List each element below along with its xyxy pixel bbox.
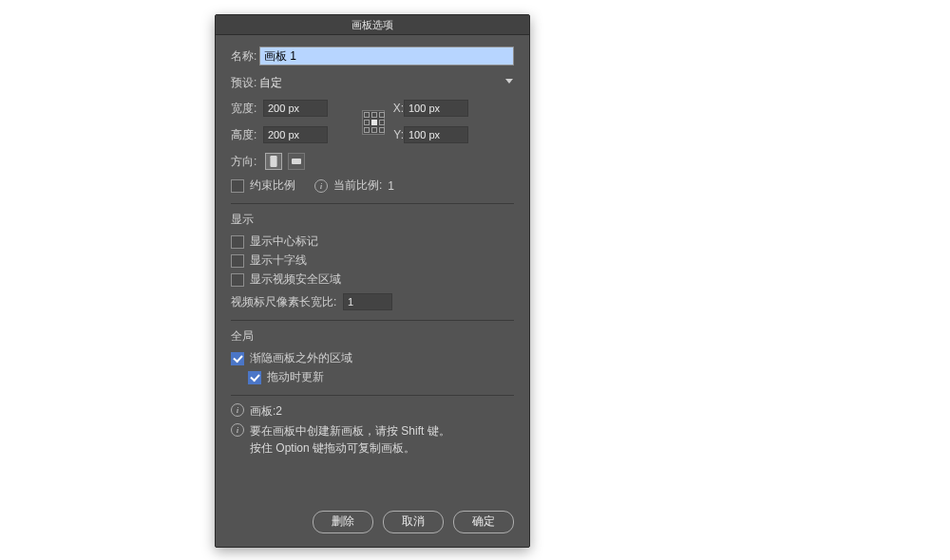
orientation-landscape-button[interactable] (288, 153, 305, 170)
tip-row: i 要在画板中创建新画板，请按 Shift 键。 按住 Option 键拖动可复… (231, 423, 514, 457)
update-on-drag-checkbox[interactable] (248, 371, 261, 384)
info-icon: i (314, 179, 328, 193)
x-label: X: (389, 102, 404, 115)
constrain-checkbox[interactable] (231, 179, 244, 193)
artboards-count: 2 (276, 404, 282, 418)
portrait-icon (269, 156, 278, 167)
pixel-aspect-label: 视频标尺像素长宽比: (231, 294, 343, 310)
current-ratio-value: 1 (388, 179, 394, 193)
name-row: 名称: (231, 47, 514, 65)
video-safe-row: 显示视频安全区域 (231, 271, 514, 288)
constrain-row: 约束比例 i 当前比例: 1 (231, 177, 514, 194)
name-input[interactable] (259, 47, 514, 65)
width-label: 宽度: (231, 101, 263, 117)
ok-button[interactable]: 确定 (453, 511, 514, 533)
divider (231, 320, 514, 321)
crosshairs-row: 显示十字线 (231, 252, 514, 269)
video-safe-checkbox[interactable] (231, 273, 244, 287)
center-mark-label: 显示中心标记 (250, 233, 318, 250)
fade-outside-row: 渐隐画板之外的区域 (231, 350, 514, 366)
dimensions-grid: 宽度: X: 高度: Y: (231, 100, 514, 143)
constrain-label: 约束比例 (250, 177, 295, 194)
artboards-label: 画板: (250, 404, 276, 418)
tip-line-2: 按住 Option 键拖动可复制画板。 (250, 440, 450, 457)
crosshairs-label: 显示十字线 (250, 252, 307, 269)
height-input[interactable] (263, 126, 328, 143)
video-safe-label: 显示视频安全区域 (250, 271, 341, 288)
width-input[interactable] (263, 100, 328, 117)
y-label: Y: (389, 128, 404, 141)
fade-outside-label: 渐隐画板之外的区域 (250, 350, 352, 366)
info-icon: i (231, 423, 244, 437)
cancel-button[interactable]: 取消 (383, 511, 444, 533)
artboard-options-dialog: 画板选项 名称: 预设: 自定 宽度: (215, 14, 530, 548)
dialog-content: 名称: 预设: 自定 宽度: X: 高 (216, 35, 529, 464)
pixel-aspect-input[interactable] (343, 293, 392, 310)
fade-outside-checkbox[interactable] (231, 352, 244, 365)
svg-rect-1 (292, 159, 301, 164)
center-mark-row: 显示中心标记 (231, 233, 514, 250)
divider (231, 395, 514, 396)
preset-label: 预设: (231, 75, 259, 91)
svg-rect-0 (270, 156, 276, 167)
name-label: 名称: (231, 48, 259, 65)
dialog-title: 画板选项 (216, 15, 529, 35)
x-input[interactable] (404, 100, 468, 117)
global-section-label: 全局 (231, 328, 514, 345)
orientation-label: 方向: (231, 154, 259, 170)
preset-row: 预设: 自定 (231, 73, 514, 92)
center-mark-checkbox[interactable] (231, 235, 244, 249)
orientation-row: 方向: (231, 153, 514, 170)
update-on-drag-row: 拖动时更新 (248, 369, 514, 385)
landscape-icon (292, 156, 301, 167)
dialog-buttons: 删除 取消 确定 (313, 511, 514, 533)
preset-value: 自定 (259, 73, 504, 92)
view-section-label: 显示 (231, 212, 514, 228)
height-label: 高度: (231, 127, 263, 143)
reference-point-picker[interactable] (362, 110, 385, 133)
info-icon: i (231, 403, 244, 417)
chevron-down-icon (504, 78, 514, 87)
update-on-drag-label: 拖动时更新 (267, 369, 324, 385)
pixel-aspect-row: 视频标尺像素长宽比: (231, 293, 514, 310)
current-ratio-label: 当前比例: (333, 177, 382, 194)
y-input[interactable] (404, 126, 468, 143)
tip-line-1: 要在画板中创建新画板，请按 Shift 键。 (250, 423, 450, 439)
orientation-portrait-button[interactable] (265, 153, 282, 170)
divider (231, 203, 514, 204)
crosshairs-checkbox[interactable] (231, 254, 244, 268)
delete-button[interactable]: 删除 (313, 511, 373, 533)
artboards-count-row: i 画板:2 (231, 403, 514, 420)
preset-select[interactable]: 自定 (259, 73, 514, 92)
